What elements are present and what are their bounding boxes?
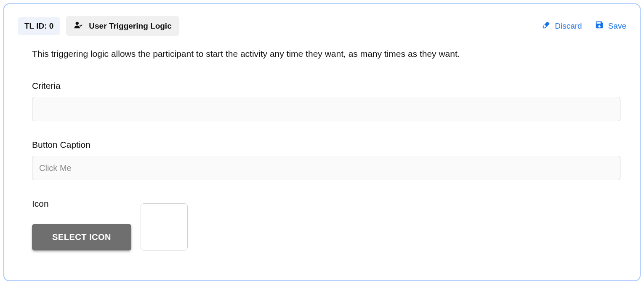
- criteria-label: Criteria: [32, 81, 626, 91]
- button-caption-section: Button Caption: [32, 140, 626, 180]
- icon-section: Icon SELECT ICON: [32, 199, 626, 250]
- icon-left-column: Icon SELECT ICON: [32, 199, 131, 250]
- discard-button[interactable]: Discard: [541, 19, 582, 33]
- save-icon: [595, 20, 604, 32]
- tl-id-badge: TL ID: 0: [18, 17, 60, 35]
- select-icon-button[interactable]: SELECT ICON: [32, 224, 131, 250]
- user-check-icon: [74, 20, 83, 32]
- discard-label: Discard: [555, 21, 582, 31]
- description-text: This triggering logic allows the partici…: [32, 48, 626, 60]
- button-caption-label: Button Caption: [32, 140, 626, 150]
- triggering-logic-panel: TL ID: 0 User Triggering Logic: [3, 3, 641, 281]
- svg-point-0: [76, 22, 79, 25]
- logic-type-label: User Triggering Logic: [89, 21, 171, 31]
- save-label: Save: [608, 21, 626, 31]
- header-row: TL ID: 0 User Triggering Logic: [18, 16, 626, 36]
- criteria-input[interactable]: [32, 97, 620, 121]
- header-left: TL ID: 0 User Triggering Logic: [18, 16, 179, 36]
- criteria-section: Criteria: [32, 81, 626, 121]
- icon-preview-box[interactable]: [141, 203, 188, 250]
- icon-label: Icon: [32, 199, 131, 209]
- save-button[interactable]: Save: [595, 19, 626, 33]
- header-right: Discard Save: [541, 19, 626, 33]
- button-caption-input[interactable]: [32, 156, 620, 180]
- logic-type-badge: User Triggering Logic: [66, 16, 179, 36]
- eraser-icon: [541, 20, 551, 32]
